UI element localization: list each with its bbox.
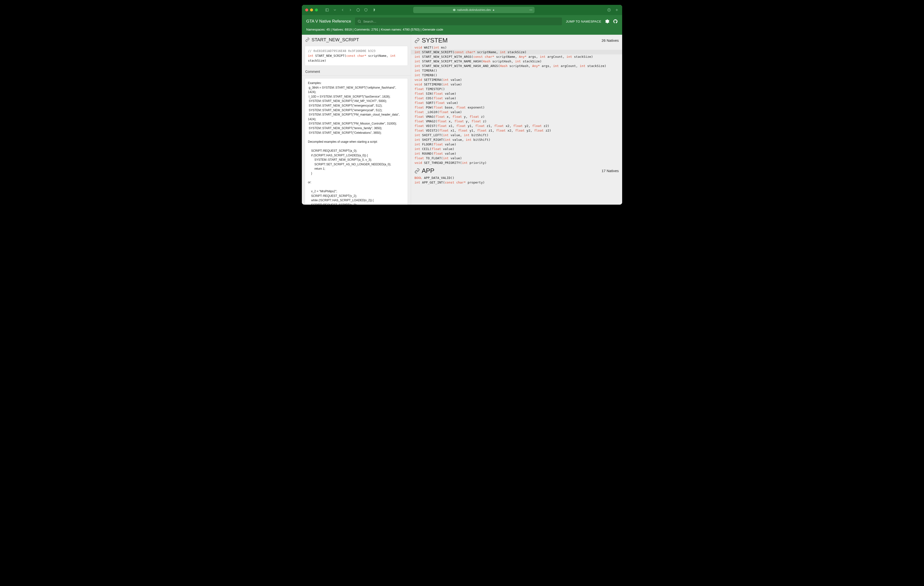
- comment-body: Examples: g_384A = SYSTEM::START_NEW_SCR…: [308, 81, 400, 205]
- back-icon[interactable]: [341, 8, 345, 12]
- native-line[interactable]: int ROUND(float value): [411, 151, 622, 156]
- search-icon: [357, 20, 361, 23]
- hash-line: // 0xE81651AD79516E48 0x3F166D0E b323: [308, 48, 405, 53]
- native-line[interactable]: float TIMESTEP(): [411, 87, 622, 91]
- site-menu-icon[interactable]: [529, 8, 533, 12]
- native-line[interactable]: int TIMERA(): [411, 68, 622, 73]
- chevron-down-icon[interactable]: [333, 8, 337, 12]
- native-line[interactable]: int START_NEW_SCRIPT_WITH_ARGS(const cha…: [411, 55, 622, 59]
- extension-icon[interactable]: [356, 8, 360, 12]
- traffic-lights: [305, 8, 318, 12]
- native-line[interactable]: void SETTIMERB(int value): [411, 82, 622, 87]
- native-line[interactable]: int SHIFT_LEFT(int value, int bitShift): [411, 133, 622, 137]
- search-box[interactable]: [355, 18, 562, 25]
- link-icon[interactable]: [414, 38, 420, 43]
- lock-icon: [492, 9, 495, 11]
- browser-titlebar: nativedb.dotindustries.dev: [302, 5, 622, 15]
- github-icon[interactable]: [613, 19, 618, 24]
- link-icon[interactable]: [414, 168, 420, 174]
- stats-bar[interactable]: Namespaces: 45 | Natives: 6919 | Comment…: [302, 28, 622, 35]
- browser-window: nativedb.dotindustries.dev GTA V Native …: [302, 5, 622, 205]
- native-line[interactable]: void SETTIMERA(int value): [411, 78, 622, 82]
- native-line[interactable]: int FLOOR(float value): [411, 142, 622, 147]
- gear-icon[interactable]: [605, 19, 609, 24]
- search-input[interactable]: [363, 20, 559, 23]
- namespace-header[interactable]: SYSTEM26 Natives: [411, 35, 622, 45]
- comment-box: Examples: g_384A = SYSTEM::START_NEW_SCR…: [305, 78, 408, 205]
- shield-half-icon[interactable]: [372, 8, 376, 12]
- namespace-header[interactable]: APP17 Natives: [411, 165, 622, 175]
- native-line[interactable]: float VMAG(float x, float y, float z): [411, 114, 622, 119]
- native-line[interactable]: int TIMERB(): [411, 73, 622, 78]
- native-line[interactable]: void WAIT(int ms): [411, 45, 622, 50]
- namespace-title: APP: [422, 167, 434, 175]
- detail-header: START_NEW_SCRIPT: [302, 35, 411, 45]
- url-bar[interactable]: nativedb.dotindustries.dev: [413, 7, 535, 13]
- svg-point-2: [357, 8, 360, 12]
- link-icon[interactable]: [305, 38, 310, 42]
- native-line[interactable]: float POW(float base, float exponent): [411, 105, 622, 110]
- native-line[interactable]: float COS(float value): [411, 96, 622, 101]
- url-text: nativedb.dotindustries.dev: [457, 8, 491, 12]
- svg-point-10: [358, 20, 360, 22]
- toolbar-left-icons: [325, 8, 376, 12]
- app-title[interactable]: GTA V Native Reference: [306, 19, 351, 24]
- native-line[interactable]: float VMAG2(float x, float y, float z): [411, 119, 622, 124]
- namespace-count: 17 Natives: [602, 169, 619, 173]
- native-line[interactable]: int APP_GET_INT(const char* property): [411, 180, 622, 185]
- native-line[interactable]: float VDIST(float x1, float y1, float z1…: [411, 124, 622, 128]
- namespace-title: SYSTEM: [422, 36, 448, 44]
- comment-label: Comment: [302, 68, 411, 76]
- native-line[interactable]: BOOL APP_DATA_VALID(): [411, 175, 622, 180]
- detail-title: START_NEW_SCRIPT: [312, 37, 359, 43]
- shield-icon[interactable]: [364, 8, 368, 12]
- native-line[interactable]: int SHIFT_RIGHT(int value, int bitShift): [411, 137, 622, 142]
- native-line[interactable]: void SET_THREAD_PRIORITY(int priority): [411, 161, 622, 165]
- svg-rect-0: [326, 9, 328, 12]
- minimize-icon[interactable]: [310, 8, 313, 12]
- native-line[interactable]: int START_NEW_SCRIPT(const char* scriptN…: [411, 50, 622, 55]
- namespace-panel: SYSTEM26 Nativesvoid WAIT(int ms)int STA…: [411, 35, 622, 205]
- forward-icon[interactable]: [348, 8, 352, 12]
- native-line[interactable]: int START_NEW_SCRIPT_WITH_NAME_HASH(Hash…: [411, 59, 622, 64]
- svg-point-5: [530, 10, 531, 10]
- svg-line-11: [360, 22, 361, 23]
- maximize-icon[interactable]: [315, 8, 318, 12]
- main-content: START_NEW_SCRIPT // 0xE81651AD79516E48 0…: [302, 35, 622, 205]
- toolbar-right-icons: [607, 8, 619, 12]
- native-line[interactable]: float TO_FLOAT(int value): [411, 156, 622, 161]
- native-line[interactable]: float _LOG10(float value): [411, 110, 622, 114]
- app-header: GTA V Native Reference JUMP TO NAMESPACE: [302, 15, 622, 28]
- sidebar-icon[interactable]: [325, 8, 329, 12]
- detail-panel: START_NEW_SCRIPT // 0xE81651AD79516E48 0…: [302, 35, 411, 205]
- svg-rect-3: [493, 10, 494, 11]
- close-icon[interactable]: [305, 8, 308, 12]
- svg-point-6: [531, 10, 532, 10]
- native-line[interactable]: int START_NEW_SCRIPT_WITH_NAME_HASH_AND_…: [411, 64, 622, 68]
- svg-point-4: [530, 10, 530, 10]
- jump-to-namespace[interactable]: JUMP TO NAMESPACE: [566, 20, 601, 23]
- header-right: JUMP TO NAMESPACE: [566, 19, 618, 24]
- native-line[interactable]: float SIN(float value): [411, 91, 622, 96]
- downloads-icon[interactable]: [607, 8, 611, 12]
- signature-box: // 0xE81651AD79516E48 0x3F166D0E b323 in…: [305, 46, 408, 66]
- site-icon: [453, 8, 456, 12]
- native-line[interactable]: float SQRT(float value): [411, 101, 622, 105]
- native-line[interactable]: int CEIL(float value): [411, 147, 622, 151]
- new-tab-icon[interactable]: [615, 8, 619, 12]
- signature-line: int START_NEW_SCRIPT(const char* scriptN…: [308, 53, 405, 63]
- native-line[interactable]: float VDIST2(float x1, float y1, float z…: [411, 128, 622, 133]
- namespace-count: 26 Natives: [602, 38, 619, 43]
